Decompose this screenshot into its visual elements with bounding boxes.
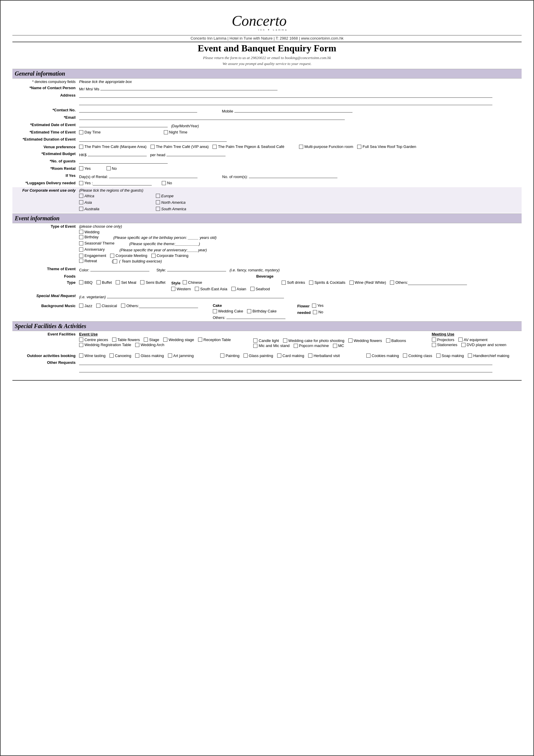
type-birthday-checkbox[interactable] (79, 235, 83, 239)
fac-candle-checkbox[interactable] (253, 338, 257, 342)
fac-wedding-stage-checkbox[interactable] (163, 338, 167, 342)
luggage-yes-checkbox[interactable] (79, 181, 83, 185)
fac-mic[interactable]: Mic and Mic stand (253, 343, 290, 348)
out-glass-making-checkbox[interactable] (135, 354, 139, 358)
food-seafood-checkbox[interactable] (250, 287, 254, 291)
out-art-jamming[interactable]: Art jamming (168, 354, 194, 358)
region-australia-checkbox[interactable] (79, 207, 83, 211)
meet-projectors-checkbox[interactable] (432, 338, 436, 342)
fac-popcorn-checkbox[interactable] (294, 344, 298, 348)
luggage-no-checkbox[interactable] (162, 181, 166, 185)
type-wedding[interactable]: Wedding (79, 230, 99, 234)
out-card-making-checkbox[interactable] (277, 354, 281, 358)
food-buffet-checkbox[interactable] (96, 280, 101, 284)
cake-wedding[interactable]: Wedding Cake (213, 309, 243, 313)
food-bbq[interactable]: BBQ (79, 280, 93, 285)
meet-dvd[interactable]: DVD player and screen (461, 342, 506, 347)
type-seasonal[interactable]: Seasonal/ Theme (79, 241, 115, 245)
venue-option-5[interactable]: Full Sea View Roof Top Garden (357, 145, 416, 149)
bev-others-field[interactable] (408, 280, 467, 285)
out-cookies-checkbox[interactable] (366, 354, 370, 358)
type-birthday[interactable]: Birthday (79, 235, 98, 239)
day-time-option[interactable]: Day Time (79, 130, 101, 134)
region-australia[interactable]: Australia (79, 207, 141, 211)
fac-balloons-checkbox[interactable] (386, 338, 390, 342)
fac-reception-table[interactable]: Reception Table (198, 338, 231, 342)
out-soap-checkbox[interactable] (436, 354, 441, 358)
fac-centre-pieces-checkbox[interactable] (79, 338, 83, 342)
type-retreat[interactable]: Retreat (79, 259, 97, 263)
out-herballand[interactable]: Herballand visit (308, 354, 340, 358)
region-asia[interactable]: Asia (79, 200, 141, 205)
fac-reception-table-checkbox[interactable] (198, 338, 202, 342)
region-north-america[interactable]: North America (156, 200, 218, 205)
night-time-checkbox[interactable] (164, 130, 168, 134)
flower-no-checkbox[interactable] (313, 310, 317, 314)
meet-dvd-checkbox[interactable] (461, 343, 466, 347)
other-requests-field[interactable] (79, 360, 493, 365)
flower-yes[interactable]: Yes (312, 303, 324, 308)
food-set-meal[interactable]: Set Meal (116, 280, 136, 285)
music-others-field[interactable] (139, 303, 198, 308)
food-semi-buffet-checkbox[interactable] (140, 280, 144, 284)
fac-mc[interactable]: MC (333, 343, 344, 348)
venue-option-3[interactable]: The Palm Tree Pigeon & Seafood Café (213, 145, 284, 149)
out-soap[interactable]: Soap making (436, 354, 464, 358)
venue-option-2[interactable]: The Palm Tree Café (VIP area) (150, 145, 209, 149)
budget-per-field[interactable] (167, 151, 226, 156)
out-card-making[interactable]: Card making (277, 354, 304, 358)
out-art-jamming-checkbox[interactable] (168, 354, 172, 358)
fac-stage-checkbox[interactable] (144, 338, 148, 342)
venue-checkbox-4[interactable] (299, 145, 303, 149)
bev-others-checkbox[interactable] (390, 281, 394, 285)
other-requests-field2[interactable] (79, 368, 493, 372)
room-rental-yes[interactable]: Yes (79, 166, 91, 171)
out-cooking[interactable]: Cooking class (403, 354, 432, 358)
type-corp-meeting-checkbox[interactable] (110, 254, 114, 258)
fac-wedding-flowers-checkbox[interactable] (348, 338, 353, 342)
region-africa[interactable]: Africa (79, 194, 141, 198)
type-wedding-checkbox[interactable] (79, 230, 83, 234)
flower-yes-checkbox[interactable] (312, 304, 316, 308)
out-painting[interactable]: Painting (220, 354, 239, 358)
food-buffet[interactable]: Buffet (96, 280, 112, 285)
room-rental-no[interactable]: No (107, 166, 117, 171)
music-jazz-checkbox[interactable] (79, 304, 83, 308)
date-field[interactable] (79, 122, 168, 127)
type-seasonal-checkbox[interactable] (79, 241, 83, 245)
guests-field[interactable] (79, 159, 168, 164)
type-engagement[interactable]: Engagement (79, 254, 106, 258)
bev-spirits-checkbox[interactable] (309, 281, 313, 285)
fac-wedding-arch[interactable]: Wedding Arch (135, 342, 164, 347)
type-corp-training[interactable]: Corporate Training (151, 254, 189, 258)
food-semi-buffet[interactable]: Semi Buffet (140, 280, 165, 285)
region-asia-checkbox[interactable] (79, 200, 83, 204)
fac-wedding-flowers[interactable]: Wedding flowers (348, 338, 382, 343)
bev-wine-checkbox[interactable] (350, 281, 354, 285)
out-cooking-checkbox[interactable] (403, 354, 407, 358)
region-europe-checkbox[interactable] (156, 194, 160, 198)
type-anniversary[interactable]: Anniversary (79, 247, 105, 252)
out-cookies[interactable]: Cookies making (366, 354, 399, 358)
duration-field[interactable] (79, 137, 227, 142)
fac-popcorn[interactable]: Popcorn machine (294, 343, 329, 348)
address-field[interactable] (79, 93, 493, 98)
out-glass-painting[interactable]: Glass painting (244, 354, 273, 358)
venue-checkbox-1[interactable] (79, 145, 83, 149)
music-others[interactable]: Others: (121, 303, 198, 308)
music-classical[interactable]: Classical (96, 304, 117, 308)
region-africa-checkbox[interactable] (79, 194, 83, 198)
bev-wine[interactable]: Wine (Red/ White) (350, 280, 386, 285)
out-handkerchief-checkbox[interactable] (468, 354, 472, 358)
type-engagement-checkbox[interactable] (79, 254, 83, 258)
out-canoeing-checkbox[interactable] (110, 354, 114, 358)
venue-checkbox-3[interactable] (213, 145, 217, 149)
region-north-america-checkbox[interactable] (156, 200, 160, 204)
out-handkerchief[interactable]: Handkerchief making (468, 354, 509, 358)
retreat-checkbox[interactable] (113, 259, 117, 263)
type-corp-meeting[interactable]: Corporate Meeting (110, 254, 147, 258)
region-south-america-checkbox[interactable] (156, 207, 160, 211)
flower-no[interactable]: No (313, 310, 323, 314)
out-glass-making[interactable]: Glass making (135, 354, 164, 358)
no-of-rooms-field[interactable] (249, 173, 337, 178)
